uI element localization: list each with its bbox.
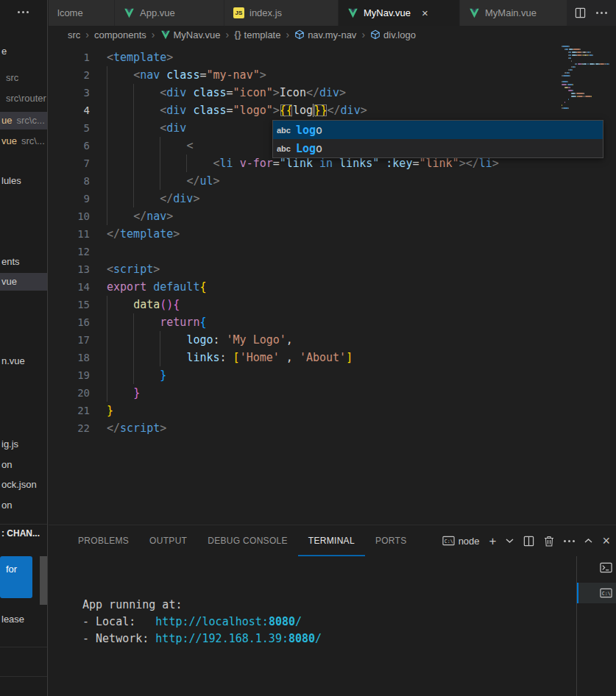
code-line[interactable]: 4 <div class="logo">{{log}}</div>	[49, 102, 616, 119]
code-line[interactable]: 14export default{	[49, 278, 616, 296]
sidebar-item[interactable]: src	[0, 69, 48, 87]
code-line[interactable]: 10 </nav>	[49, 207, 616, 225]
token-str: 'My Logo'	[227, 333, 286, 347]
tab-ports[interactable]: PORTS	[365, 525, 417, 556]
minimap-segment	[572, 69, 573, 71]
code-editor[interactable]: 1<template>2 <nav class="my-nav">3 <div …	[49, 43, 616, 525]
code-line[interactable]: 2 <nav class="my-nav">	[49, 66, 616, 84]
terminal-tab-powershell[interactable]	[577, 558, 616, 577]
minimap-segment	[573, 90, 573, 91]
tab-welcome[interactable]: lcome	[49, 0, 115, 26]
breadcrumb-template[interactable]: {} template	[234, 29, 280, 40]
code-line[interactable]: 8 </ul>	[49, 172, 616, 190]
sidebar-item[interactable]: on	[0, 456, 48, 474]
sidebar-item[interactable]: lules	[0, 172, 48, 190]
sidebar-item[interactable]: on	[0, 497, 48, 514]
vscode-window: lcome App.vue JS index.js MyNav.vue × My…	[0, 0, 616, 696]
tab-app-vue[interactable]: App.vue	[115, 0, 224, 26]
minimap-segment	[562, 84, 567, 85]
code-line[interactable]: 16 return{	[49, 313, 616, 331]
token-tag: div	[166, 86, 186, 99]
code-line[interactable]: 3 <div class="icon">Icon</div>	[49, 84, 616, 102]
sidebar-item[interactable]: lease	[0, 611, 48, 628]
code-line-content: return{	[107, 313, 206, 331]
more-actions-icon[interactable]	[18, 11, 29, 13]
sidebar-section-header[interactable]: : CHAN...	[0, 524, 48, 541]
sidebar-blue-button[interactable]: for	[0, 556, 32, 598]
tab-label: MyNav.vue	[364, 7, 411, 18]
sidebar-item[interactable]: src\router	[0, 90, 48, 107]
sidebar-item[interactable]: ock.json	[0, 476, 48, 494]
breadcrumb-file[interactable]: MyNav.vue	[160, 29, 221, 40]
token-pun: >	[273, 104, 280, 117]
token-tag: div	[166, 104, 186, 117]
token-op: :	[220, 351, 227, 364]
breadcrumb-nav[interactable]: nav.my-nav	[294, 29, 356, 40]
token-str: "my-nav"	[206, 68, 259, 82]
code-line[interactable]: 17 logo: 'My Logo',	[49, 331, 616, 349]
sidebar-item-label: ig.js	[1, 438, 18, 450]
suggestion-item-logo[interactable]: abc logo	[273, 121, 603, 139]
split-editor-icon[interactable]	[575, 7, 586, 18]
sidebar-item[interactable]: vuesrc\...	[0, 132, 48, 150]
line-number: 12	[49, 243, 90, 260]
code-line[interactable]: 13<script>	[49, 260, 616, 278]
network-url-link[interactable]: http://192.168.1.39:8080/	[155, 632, 322, 645]
terminal-shell-selector[interactable]: C:\ node	[442, 536, 480, 547]
new-terminal-icon[interactable]: +	[489, 535, 497, 547]
tab-debug-console[interactable]: DEBUG CONSOLE	[197, 525, 298, 556]
code-line[interactable]: 21}	[49, 402, 616, 419]
code-line[interactable]: 20 }	[49, 384, 616, 402]
token-pun: <	[133, 68, 140, 82]
code-line[interactable]: 9 </div>	[49, 190, 616, 207]
local-url-link[interactable]: http://localhost:8080/	[155, 615, 302, 628]
split-terminal-icon[interactable]	[523, 536, 534, 547]
minimap-segment	[562, 93, 571, 94]
breadcrumb-components[interactable]: components	[94, 29, 146, 40]
token-attr: class	[193, 86, 226, 99]
close-icon[interactable]: ×	[422, 7, 428, 19]
code-line[interactable]: 19 }	[49, 366, 616, 384]
more-actions-icon[interactable]	[564, 540, 575, 542]
tab-problems[interactable]: PROBLEMS	[68, 525, 139, 556]
terminal-tab-node-active[interactable]: C:\	[577, 583, 616, 603]
code-line[interactable]: 18 links: ['Home' , 'About']	[49, 349, 616, 366]
code-line-content: <div class="logo">{{log}}</div>	[107, 102, 367, 119]
code-line[interactable]: 1<template>	[49, 49, 616, 66]
token-tag: li	[220, 157, 233, 170]
tab-terminal[interactable]: TERMINAL	[298, 525, 365, 556]
kill-terminal-icon[interactable]	[544, 536, 554, 547]
abc-word-icon: abc	[277, 144, 291, 153]
sidebar-item[interactable]: uesrc\c...	[0, 112, 48, 129]
maximize-panel-icon[interactable]	[584, 538, 592, 544]
minimap-segment	[576, 93, 584, 94]
token-tag: nav	[146, 210, 166, 223]
line-number: 1	[49, 49, 90, 66]
sidebar-item[interactable]: ents	[0, 253, 48, 271]
tab-output[interactable]: OUTPUT	[139, 525, 197, 556]
sidebar-item[interactable]: vue	[0, 273, 48, 291]
token-pun: >	[166, 210, 173, 223]
code-line[interactable]: 22</script>	[49, 419, 616, 437]
suggestion-item-Logo[interactable]: abc Logo	[273, 139, 603, 157]
sidebar-item[interactable]: ig.js	[0, 436, 48, 453]
code-line[interactable]: 15 data(){	[49, 296, 616, 313]
chevron-right-icon: ›	[361, 29, 365, 40]
token-txt: log	[293, 104, 313, 117]
token-qv: "	[280, 157, 286, 170]
tab-mynav-vue[interactable]: MyNav.vue ×	[339, 0, 460, 26]
sidebar-item[interactable]: n.vue	[0, 352, 48, 370]
tab-mymain-vue[interactable]: MyMain.vue	[460, 0, 567, 26]
breadcrumb-src[interactable]: src	[68, 29, 80, 40]
code-line[interactable]: 12	[49, 243, 616, 260]
chevron-down-icon[interactable]	[506, 538, 514, 544]
sidebar-item[interactable]: e	[0, 43, 48, 60]
minimap-line	[562, 84, 615, 86]
more-actions-icon[interactable]	[596, 12, 607, 14]
breadcrumb-div-logo[interactable]: div.logo	[370, 29, 416, 40]
sidebar-scrollbar[interactable]	[40, 556, 47, 605]
close-panel-icon[interactable]: ×	[602, 534, 610, 547]
token-str: "icon"	[233, 86, 273, 99]
code-line[interactable]: 11</template>	[49, 225, 616, 243]
tab-index-js[interactable]: JS index.js	[224, 0, 339, 26]
